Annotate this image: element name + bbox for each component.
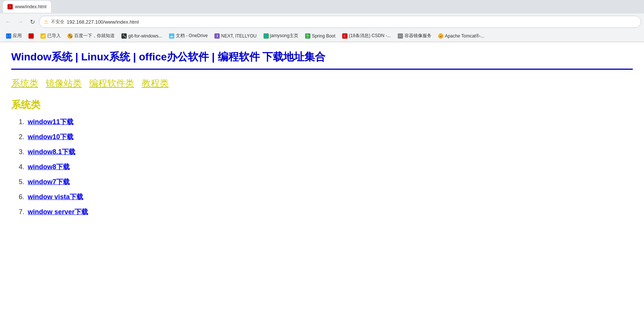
list-item: 7. window server下载 — [19, 207, 633, 216]
list-number: 3. — [19, 148, 26, 156]
list-number: 2. — [19, 133, 26, 141]
onedrive-favicon: ☁ — [169, 33, 174, 39]
bookmark-jamysong-label: jamysong主页 — [270, 33, 298, 39]
category-link-mirror[interactable]: 镜像站类 — [46, 77, 82, 89]
tab-title: www/index.html — [15, 4, 46, 9]
list-item: 3. window8.1下载 — [19, 147, 633, 156]
active-tab[interactable]: ! www/index.html — [3, 1, 51, 13]
next-favicon: ℹ — [214, 33, 220, 39]
section-title-system: 系统类 — [11, 98, 633, 111]
bookmark-tomcat[interactable]: 🐱 Apache Tomcat®-... — [435, 33, 487, 39]
list-item: 6. window vista下载 — [19, 192, 633, 201]
springboot-favicon: 🍃 — [305, 33, 310, 39]
bookmark-mirror-label: 容器镜像服务 — [404, 33, 431, 39]
git-favicon: 🔧 — [121, 33, 127, 39]
address-text: 192.168.227.100/www/index.html — [67, 19, 139, 25]
reload-button[interactable]: ↻ — [27, 16, 37, 27]
baidu-favicon: 🐾 — [67, 33, 73, 39]
bookmark-baidu[interactable]: 🐾 百度一下，你就知道 — [64, 32, 118, 40]
list-number: 4. — [19, 163, 26, 171]
bookmarks-bar: ⋮⋮ 应用 📁 已导入 🐾 百度一下，你就知道 🔧 git-for-window… — [0, 30, 644, 42]
forward-button[interactable]: → — [15, 16, 25, 27]
bookmark-next-label: NEXT, ITELLYOU — [221, 33, 256, 39]
category-nav: 系统类 镜像站类 编程软件类 教程类 — [11, 77, 633, 89]
toolbar: ← → ↻ ⚠ 不安全 192.168.227.100/www/index.ht… — [0, 14, 644, 30]
download-link-win10[interactable]: window10下载 — [28, 132, 73, 141]
apps-favicon: ⋮⋮ — [6, 33, 11, 39]
download-list: 1. window11下载 2. window10下载 3. window8.1… — [19, 117, 633, 216]
page-content: Window系统 | Linux系统 | office办公软件 | 编程软件 下… — [0, 42, 644, 230]
bookmark-imported[interactable]: 📁 已导入 — [37, 32, 64, 40]
list-item: 1. window11下载 — [19, 117, 633, 126]
list-item: 5. window7下载 — [19, 177, 633, 186]
page-title: Window系统 | Linux系统 | office办公软件 | 编程软件 下… — [11, 50, 633, 64]
imported-favicon: 📁 — [40, 33, 46, 39]
tab-favicon: ! — [7, 4, 13, 9]
list-item: 2. window10下载 — [19, 132, 633, 141]
back-button[interactable]: ← — [3, 16, 13, 27]
download-link-vista[interactable]: window vista下载 — [28, 192, 83, 201]
list-number: 6. — [19, 193, 26, 201]
bookmark-jamysong[interactable]: 🌐 jamysong主页 — [261, 32, 301, 40]
security-warning-icon: ⚠ — [44, 19, 49, 25]
list-number: 7. — [19, 208, 26, 216]
bookmark-tomcat-label: Apache Tomcat®-... — [445, 33, 484, 39]
tab-bar: ! www/index.html — [0, 0, 644, 14]
list-number: 1. — [19, 118, 26, 126]
red-favicon — [28, 33, 34, 39]
bookmark-apps-label: 应用 — [13, 33, 22, 39]
bookmark-mirror[interactable]: ↔ 容器镜像服务 — [395, 32, 434, 40]
address-bar[interactable]: ⚠ 不安全 192.168.227.100/www/index.html — [39, 16, 641, 28]
bookmark-springboot[interactable]: 🍃 Spring Boot — [302, 33, 338, 39]
bookmark-imported-label: 已导入 — [47, 33, 61, 39]
bookmark-git-label: git-for-windows... — [128, 33, 162, 39]
bookmark-csdn-label: (18条消息) CSDN -... — [349, 33, 391, 39]
title-divider — [11, 69, 633, 70]
warning-text: 不安全 — [51, 19, 64, 25]
csdn-favicon: C — [342, 33, 347, 39]
category-link-tutorial[interactable]: 教程类 — [142, 77, 169, 89]
bookmark-red[interactable] — [25, 33, 37, 39]
jamysong-favicon: 🌐 — [264, 33, 269, 39]
bookmark-apps[interactable]: ⋮⋮ 应用 — [3, 32, 25, 40]
list-item: 4. window8下载 — [19, 162, 633, 171]
category-link-system[interactable]: 系统类 — [11, 77, 38, 89]
bookmark-onedrive[interactable]: ☁ 文档 - OneDrive — [166, 32, 211, 40]
bookmark-springboot-label: Spring Boot — [312, 33, 335, 39]
download-link-win81[interactable]: window8.1下载 — [28, 147, 75, 156]
list-number: 5. — [19, 178, 26, 186]
download-link-win7[interactable]: window7下载 — [28, 177, 70, 186]
bookmark-next[interactable]: ℹ NEXT, ITELLYOU — [211, 33, 259, 39]
category-link-programming[interactable]: 编程软件类 — [89, 77, 134, 89]
bookmark-csdn[interactable]: C (18条消息) CSDN -... — [339, 32, 394, 40]
bookmark-git[interactable]: 🔧 git-for-windows... — [118, 33, 165, 39]
tomcat-favicon: 🐱 — [438, 33, 443, 39]
download-link-win11[interactable]: window11下载 — [28, 117, 73, 126]
bookmark-baidu-label: 百度一下，你就知道 — [74, 33, 115, 39]
browser-chrome: ! www/index.html ← → ↻ ⚠ 不安全 192.168.227… — [0, 0, 644, 42]
download-link-server[interactable]: window server下载 — [28, 207, 88, 216]
bookmark-onedrive-label: 文档 - OneDrive — [176, 33, 208, 39]
mirror-favicon: ↔ — [398, 33, 403, 39]
download-link-win8[interactable]: window8下载 — [28, 162, 70, 171]
system-section: 系统类 1. window11下载 2. window10下载 3. windo… — [11, 98, 633, 216]
